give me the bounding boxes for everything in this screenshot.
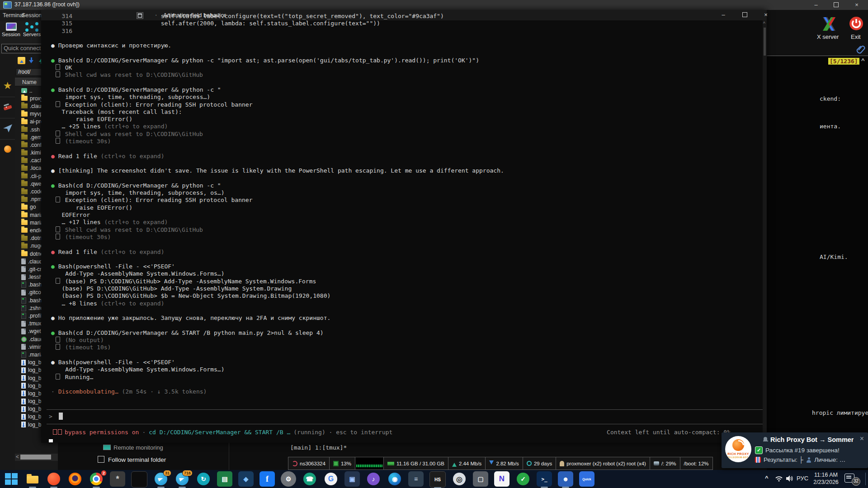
mobaxterm-title: 37.187.136.86 ([root ovh]) — [14, 1, 80, 8]
blue-f-app-icon[interactable]: f — [259, 471, 275, 487]
quick-assist-icon[interactable]: Quick — [579, 471, 594, 487]
hs-app-icon[interactable]: HS — [429, 471, 446, 488]
clock[interactable]: 11:16 AM 2/23/2026 — [812, 471, 840, 486]
remote-monitoring-toggle[interactable]: Remote monitoring — [103, 444, 163, 451]
footer-divider — [229, 443, 229, 470]
wifi-icon[interactable] — [775, 475, 783, 482]
terminal-line: raise EOFError() — [51, 116, 761, 123]
paper-plane-icon[interactable] — [0, 118, 15, 140]
script-icon — [21, 313, 26, 319]
uptime-stat: 29 days — [523, 457, 556, 469]
mobaxterm-titlebar: 37.187.136.86 ([root ovh]) – × — [0, 0, 868, 10]
folder-dark-icon — [21, 197, 28, 202]
x-server-icon[interactable] — [820, 16, 838, 32]
telegram-second-icon[interactable]: 716 — [175, 471, 190, 487]
terminal-scrollbar[interactable]: ^ — [763, 20, 767, 443]
terminal-scroll-thumb[interactable] — [764, 28, 766, 56]
browser-compass-icon[interactable]: ◉ — [387, 471, 402, 487]
session-icon — [6, 23, 17, 31]
background-text-fragment: AI/Kimi. — [820, 253, 848, 260]
favorites-star-icon[interactable]: ★ — [0, 75, 15, 97]
scroll-left-icon[interactable]: < — [16, 454, 19, 460]
terminal-line — [51, 175, 761, 182]
terminal-line: … +8 lines (ctrl+o to expand) — [51, 300, 761, 307]
maximize-button[interactable] — [827, 0, 844, 10]
terminal-line: ● Read 1 file (ctrl+o to expand) — [51, 249, 761, 256]
badge: 31 — [163, 470, 171, 476]
prompt-box[interactable]: > — [47, 409, 763, 424]
background-text-fragment: иента. — [820, 123, 841, 130]
folder-bright-icon — [21, 119, 28, 124]
file-icon — [21, 344, 26, 350]
terminal-line: ● Bash(cd D:/CODING/ServerManager && STA… — [51, 329, 761, 337]
close-button[interactable]: × — [848, 0, 865, 10]
purple-media-icon[interactable]: ♪ — [366, 471, 381, 487]
download-icon[interactable] — [28, 57, 35, 64]
dark-app-icon[interactable]: * — [110, 471, 125, 487]
slate-app-icon[interactable]: ≡ — [408, 471, 424, 487]
exit-label[interactable]: Exit — [851, 33, 861, 40]
dark-blue-app-icon[interactable]: ◆ — [238, 471, 254, 487]
exit-icon[interactable] — [849, 16, 863, 31]
powershell-icon[interactable]: >_ — [537, 471, 552, 487]
folder-bright-icon — [21, 251, 28, 256]
language-indicator[interactable]: РУС — [797, 475, 808, 482]
servers-button[interactable]: Servers — [22, 23, 42, 37]
brave-browser-icon[interactable] — [46, 471, 61, 487]
taskbar-apps: 2*31716↻▤◆f⚙☎G▣♪◉≡HS◎▢N✓>_☻Quick — [4, 471, 594, 488]
show-desktop-button[interactable] — [865, 473, 866, 485]
n-app-icon[interactable]: N — [494, 471, 509, 487]
terminal-line — [51, 256, 761, 263]
session-button[interactable]: Session — [1, 23, 21, 37]
obs-icon[interactable]: ◎ — [452, 471, 467, 487]
x-server-label[interactable]: X server — [817, 33, 839, 40]
black-app-icon[interactable] — [131, 471, 147, 488]
horizontal-scrollbar[interactable]: < — [15, 454, 58, 461]
context-remaining: Context left until auto-compact: 0% — [607, 429, 731, 436]
teal-chat-icon[interactable]: ☎ — [302, 471, 317, 487]
games-icon[interactable] — [0, 139, 15, 160]
start-button[interactable] — [4, 471, 19, 487]
green-doc-icon[interactable]: ▤ — [217, 471, 232, 487]
follow-terminal-folder-checkbox[interactable]: Follow terminal folder — [98, 456, 166, 463]
scrollbar-thumb[interactable] — [20, 455, 51, 460]
telegram-icon[interactable]: 31 — [153, 471, 169, 487]
folder-up-icon[interactable] — [18, 57, 25, 64]
chrome-icon[interactable]: 2 — [89, 471, 104, 487]
debian-icon — [292, 461, 297, 466]
folder-dark-icon — [21, 103, 28, 108]
file-explorer-icon[interactable] — [25, 471, 40, 487]
folder-dark-icon — [21, 158, 28, 163]
tray-chevron-icon[interactable]: ^ — [765, 474, 769, 481]
notification-popup[interactable]: RICH PROXY TELEGRAM-BOT Rich Proxy Bot →… — [722, 432, 868, 468]
badge: 2 — [101, 470, 107, 476]
gray-window-icon[interactable]: ▢ — [473, 471, 488, 487]
contacts-app-icon[interactable]: ☻ — [558, 471, 573, 487]
rich-proxy-logo — [732, 439, 744, 451]
volume-icon[interactable] — [786, 475, 794, 482]
menu-terminal[interactable]: Terminal — [3, 12, 24, 19]
terminal-line: Exception (client): Error reading SSH pr… — [51, 197, 761, 204]
folder-bright-icon — [21, 205, 28, 210]
down-icon — [489, 460, 494, 467]
terminal-line: 314 self.status_label.configure(text=t("… — [51, 13, 761, 20]
monitor-icon — [103, 445, 111, 450]
firefox-icon[interactable] — [67, 471, 83, 487]
navy-app-icon[interactable]: ▣ — [344, 471, 360, 487]
scroll-up-icon[interactable]: ^ — [861, 57, 865, 64]
graph-stat — [355, 457, 383, 469]
folder-dark-icon — [21, 181, 28, 186]
terminal-line: (base) PS D:\CODING\GitHub> Add-Type -As… — [51, 285, 761, 292]
tools-knife-icon[interactable] — [0, 97, 15, 118]
green-circle-icon[interactable]: ✓ — [515, 471, 531, 487]
scrollbar-up-icon[interactable]: ^ — [763, 21, 765, 26]
checkbox-icon[interactable] — [98, 456, 104, 463]
google-icon[interactable]: G — [323, 471, 339, 487]
minimize-button[interactable]: – — [807, 0, 825, 10]
notification-close-icon[interactable]: × — [860, 435, 864, 443]
settings-gear-icon[interactable]: ⚙ — [281, 471, 296, 487]
terminal-line: (base) PS D:\CODING\GitHub> $b = New-Obj… — [51, 292, 761, 300]
sync-app-icon[interactable]: ↻ — [196, 471, 211, 487]
log-icon — [21, 390, 26, 396]
file-name: .. — [29, 88, 33, 94]
